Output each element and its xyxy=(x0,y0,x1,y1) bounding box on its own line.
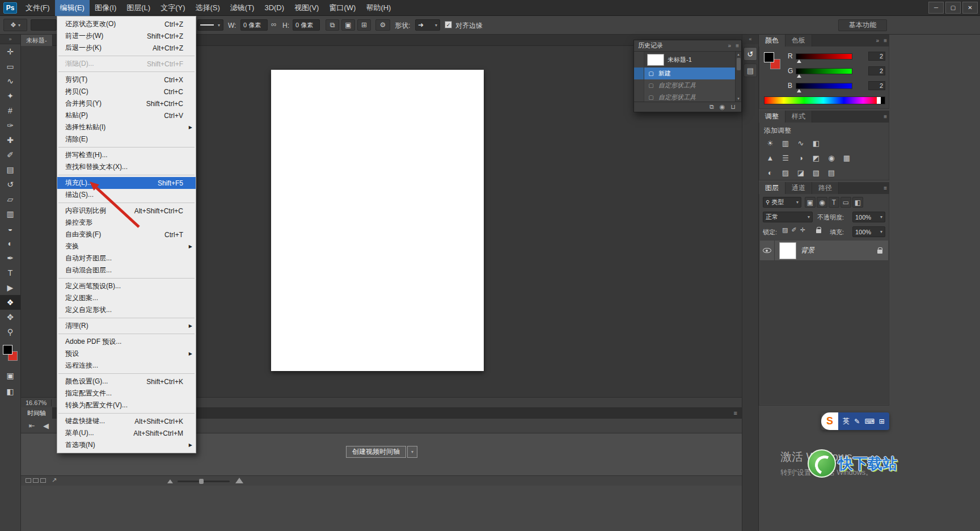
menubar-item-view[interactable]: 视图(V) xyxy=(289,0,324,16)
menu-item-define-brush-preset[interactable]: 定义画笔预设(B)... xyxy=(57,280,196,292)
screen-mode-button[interactable]: ◧ xyxy=(0,384,20,399)
threshold-icon[interactable]: ◪ xyxy=(795,167,807,178)
menu-item-presets[interactable]: 预设 ▶ xyxy=(57,348,196,360)
lasso-tool[interactable]: ∿ xyxy=(0,74,20,88)
history-state-custom-shape-tool[interactable]: ▢ 自定形状工具 xyxy=(634,79,735,91)
channel-slider[interactable] xyxy=(796,83,852,89)
menu-item-step-forward[interactable]: 前进一步(W) Shift+Ctrl+Z xyxy=(57,30,196,42)
gradient-map-icon[interactable]: ▧ xyxy=(810,167,822,178)
new-document-from-state-icon[interactable]: ⧉ xyxy=(709,103,714,111)
panel-menu-icon[interactable]: ≡ xyxy=(881,35,889,47)
tab-styles[interactable]: 样式 xyxy=(785,111,812,123)
menu-item-undo[interactable]: 还原状态更改(O) Ctrl+Z xyxy=(57,18,196,30)
channel-value[interactable]: 2 xyxy=(868,66,885,75)
menu-item-remote-connections[interactable]: 远程连接... xyxy=(57,360,196,372)
invert-icon[interactable]: ◐ xyxy=(764,167,776,178)
scroll-down-icon[interactable]: ▾ xyxy=(736,96,741,102)
menu-item-auto-align-layers[interactable]: 自动对齐图层... xyxy=(57,252,196,264)
menu-item-convert-to-profile[interactable]: 转换为配置文件(V)... xyxy=(57,399,196,411)
workspace-switcher[interactable]: 基本功能 xyxy=(838,19,887,31)
brightness-contrast-icon[interactable]: ☀ xyxy=(764,137,776,149)
zoom-tool[interactable]: ⚲ xyxy=(0,324,20,339)
shape-picker[interactable]: ➜ ▾ xyxy=(415,19,440,31)
menu-item-purge[interactable]: 清理(R) ▶ xyxy=(57,320,196,332)
lock-transparent-pixels-icon[interactable]: ▨ xyxy=(782,226,788,234)
close-button[interactable]: ✕ xyxy=(962,2,978,14)
menu-item-paste-special[interactable]: 选择性粘贴(I) ▶ xyxy=(57,121,196,133)
vibrance-icon[interactable]: ▲ xyxy=(764,152,776,163)
zoom-level[interactable]: 16.67% xyxy=(21,399,51,406)
menu-item-define-pattern[interactable]: 定义图案... xyxy=(57,292,196,304)
menu-item-puppet-warp[interactable]: 操控变形 xyxy=(57,217,196,229)
filter-shape-layers-icon[interactable]: ▭ xyxy=(840,197,851,208)
path-alignment-icon[interactable]: ▣ xyxy=(341,19,355,31)
filter-pixel-layers-icon[interactable]: ▣ xyxy=(805,197,816,208)
menu-item-auto-blend-layers[interactable]: 自动混合图层... xyxy=(57,264,196,276)
tool-preset-picker[interactable]: ❖ ▾ xyxy=(3,19,27,31)
menu-item-adobe-pdf-presets[interactable]: Adobe PDF 预设... xyxy=(57,336,196,348)
foreground-color-swatch[interactable] xyxy=(3,345,12,355)
align-edges-checkbox[interactable]: ✓ xyxy=(445,21,452,28)
channel-mixer-icon[interactable]: ▦ xyxy=(840,152,853,163)
quick-mask-button[interactable]: ▣ xyxy=(0,368,20,383)
path-selection-tool[interactable]: ▶ xyxy=(0,280,20,295)
menu-item-content-aware-scale[interactable]: 内容识别比例 Alt+Shift+Ctrl+C xyxy=(57,205,196,217)
panel-menu-icon[interactable]: ≡ xyxy=(881,182,889,194)
stroke-style-picker[interactable]: ▾ xyxy=(197,19,223,31)
crop-tool[interactable]: # xyxy=(0,103,20,118)
eyedropper-tool[interactable]: ✑ xyxy=(0,118,20,133)
menubar-item-file[interactable]: 文件(F) xyxy=(20,0,55,16)
timeline-tab[interactable]: 时间轴 xyxy=(21,407,53,419)
menu-item-stroke[interactable]: 描边(S)... xyxy=(57,189,196,201)
channel-value[interactable]: 2 xyxy=(868,52,885,61)
pen-tool[interactable]: ✒ xyxy=(0,251,20,266)
menubar-item-help[interactable]: 帮助(H) xyxy=(361,0,396,16)
menu-item-copy-merged[interactable]: 合并拷贝(Y) Shift+Ctrl+C xyxy=(57,98,196,109)
black-white-icon[interactable]: ◩ xyxy=(810,152,822,163)
minimize-button[interactable]: ─ xyxy=(928,2,944,14)
tab-swatches[interactable]: 色板 xyxy=(785,35,812,47)
history-panel-dock-icon[interactable]: ↺ xyxy=(744,47,757,61)
shape-width-input[interactable]: 0 像素 xyxy=(240,19,268,31)
collapse-tools-icon[interactable]: » xyxy=(0,35,20,44)
layer-row-background[interactable]: 背景 xyxy=(760,241,888,261)
first-frame-button[interactable]: ⇤ xyxy=(26,421,38,431)
channel-slider[interactable] xyxy=(796,68,852,74)
menubar-item-window[interactable]: 窗口(W) xyxy=(324,0,361,16)
slider-thumb[interactable] xyxy=(797,89,801,92)
tab-adjustments[interactable]: 调整 xyxy=(759,111,785,123)
document-tab[interactable]: 未标题- xyxy=(21,35,53,46)
panel-menu-icon[interactable]: ≡ xyxy=(733,40,741,52)
menu-item-free-transform[interactable]: 自由变换(F) Ctrl+T xyxy=(57,229,196,241)
menu-item-check-spelling[interactable]: 拼写检查(H)... xyxy=(57,149,196,161)
dodge-tool[interactable]: ◐ xyxy=(0,236,20,251)
gradient-tool[interactable]: ▥ xyxy=(0,206,20,221)
slider-thumb[interactable] xyxy=(797,74,801,78)
path-operations-icon[interactable]: ⧉ xyxy=(326,19,339,31)
layer-name[interactable]: 背景 xyxy=(801,246,814,255)
eraser-tool[interactable]: ▱ xyxy=(0,192,20,206)
foreground-color-swatch[interactable] xyxy=(764,52,774,62)
frame-size-small-button[interactable] xyxy=(26,478,31,483)
ime-pen-icon[interactable]: ✎ xyxy=(854,418,860,425)
blur-tool[interactable]: ◒ xyxy=(0,221,20,236)
exposure-icon[interactable]: ◧ xyxy=(810,137,822,149)
zoom-in-thumbnails-icon[interactable] xyxy=(235,478,243,483)
color-spectrum-ramp[interactable] xyxy=(764,96,885,104)
path-arrangement-icon[interactable]: ⊞ xyxy=(357,19,371,31)
tab-paths[interactable]: 路径 xyxy=(812,182,839,194)
lock-position-icon[interactable]: ✛ xyxy=(800,226,805,234)
ime-keyboard-icon[interactable]: ⌨ xyxy=(864,418,874,425)
history-snapshot-untitled-1[interactable]: 未标题-1 xyxy=(634,52,735,68)
menubar-item-type[interactable]: 文字(Y) xyxy=(155,0,190,16)
black-swatch[interactable] xyxy=(881,97,885,104)
menu-item-preferences[interactable]: 首选项(N) ▶ xyxy=(57,439,196,451)
menu-item-find-replace[interactable]: 查找和替换文本(X)... xyxy=(57,161,196,173)
history-source-checkbox[interactable] xyxy=(634,68,644,79)
selective-color-icon[interactable]: ▤ xyxy=(825,167,838,178)
tab-channels[interactable]: 通道 xyxy=(785,182,812,194)
quick-selection-tool[interactable]: ✦ xyxy=(0,88,20,103)
document-canvas[interactable] xyxy=(271,70,484,371)
delete-state-icon[interactable]: ⊔ xyxy=(730,103,736,111)
ime-language-indicator[interactable]: 英 xyxy=(843,416,850,426)
